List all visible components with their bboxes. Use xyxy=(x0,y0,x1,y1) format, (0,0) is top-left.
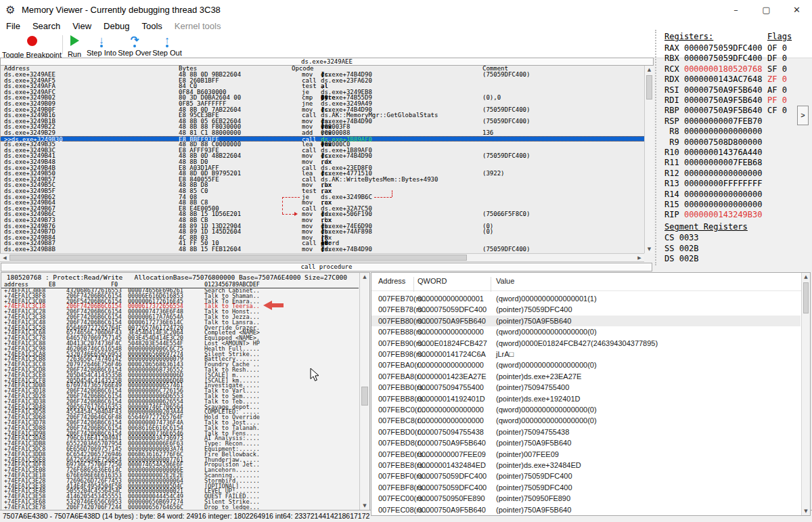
jump-arrow xyxy=(282,197,300,198)
stack-row[interactable]: 007FEBE8(rs...00000001432484ED(pointer)d… xyxy=(371,460,800,471)
titlebar[interactable]: ⚙ Memory Viewer - Currently debugging th… xyxy=(0,0,812,20)
stack-row[interactable]: 007FEB88(rs...0000000000000000(qword)000… xyxy=(371,326,800,337)
disasm-horizontal-scrollbar[interactable]: ◀ ▶ xyxy=(0,253,644,262)
disasm-column-headers: Address Bytes Opcode Comment xyxy=(1,66,653,72)
flag-row: DF 0 xyxy=(767,53,787,63)
stack-row[interactable]: 007FEB78(rs...0000075059DFC400(pointer)7… xyxy=(371,304,800,315)
register-row: RBX 0000075059DFC400 xyxy=(664,53,763,63)
scroll-left-icon[interactable]: ◀ xyxy=(1,255,8,261)
scrollbar-thumb[interactable] xyxy=(9,255,467,261)
register-row: R9 000007508D800000 xyxy=(664,137,763,147)
stack-row[interactable]: 007FEBE0(rs...00000000007FEE09(pointer)0… xyxy=(371,449,800,460)
stack-row[interactable]: 007FEC00(rs...00000750950FE890(pointer)7… xyxy=(371,493,800,504)
stack-row[interactable]: 007FEBD0(r...0000075094755438(pointer)75… xyxy=(371,427,800,437)
stack-row[interactable]: 007FEB98(rs...0000000141724C6AjLrA□ xyxy=(371,349,800,360)
mouse-cursor xyxy=(310,368,319,382)
stack-row[interactable]: 007FEC08(rs...00000750A9F5B640(pointer)7… xyxy=(371,504,800,515)
dump-column-headers: address E8 F0 0123456789ABCDEF xyxy=(1,281,359,288)
disassembly-panel[interactable]: Address Bytes Opcode Comment ds.exe+3249… xyxy=(0,66,654,253)
window-title: Memory Viewer - Currently debugging thre… xyxy=(22,5,221,15)
menu-item-debug[interactable]: Debug xyxy=(97,20,135,31)
menu-item-search[interactable]: Search xyxy=(26,20,66,31)
menu-item-tools[interactable]: Tools xyxy=(135,20,168,31)
maximize-button[interactable]: ▢ xyxy=(751,0,782,20)
toolbar-label: Step Over xyxy=(118,49,152,57)
scrollbar-thumb[interactable] xyxy=(646,75,652,100)
register-row: R14 0000000000000000 xyxy=(664,190,763,199)
flag-row: PF 0 xyxy=(767,95,787,105)
stack-row[interactable]: 007FEBB8(rs...000000014192401D(pointer)d… xyxy=(371,393,800,404)
register-row: RCX 0000000180520768 xyxy=(664,64,763,74)
stack-row[interactable]: 007FEBC8(r...0000000000000000(qword)0000… xyxy=(371,415,800,426)
step-over-button[interactable]: ↷Step Over xyxy=(118,34,152,57)
stack-row[interactable]: 007FEB80(rs...00000750A9F5B640(pointer)7… xyxy=(371,316,800,326)
scroll-down-icon[interactable]: ▼ xyxy=(360,503,369,508)
disasm-rows[interactable]: ds.exe+3249AEE48 8B 0D 9BB22604movrcx,[d… xyxy=(1,72,645,253)
scroll-up-icon[interactable]: ▲ xyxy=(360,274,369,280)
disasm-row[interactable]: ds.exe+3249B8B48 8B 15 FEB12604movrdx,[d… xyxy=(1,246,645,253)
selection-status-text: 7507A6E4380 - 7507A6E438D (14 bytes) : b… xyxy=(0,510,371,520)
register-row: R13 00000000FFFFFFFF xyxy=(664,179,763,188)
close-button[interactable]: ✕ xyxy=(782,0,812,20)
scroll-down-icon[interactable]: ▼ xyxy=(802,508,810,514)
scrollbar-thumb[interactable] xyxy=(803,282,809,313)
stack-row[interactable]: 007FEBA8(r...00000001423EA27E(pointer)ds… xyxy=(371,371,800,382)
toolbar-label: Step Out xyxy=(152,49,183,57)
stack-row[interactable]: 007FEB70(rs...0000000000000001(qword)000… xyxy=(371,293,800,304)
disasm-row[interactable]: ds.exe+3249B2948 81 C1 88000000addrcx,00… xyxy=(1,130,645,136)
memory-dump-panel[interactable]: 180520768 : Protect:Read/Write Allocatio… xyxy=(1,272,370,510)
registers-more-button[interactable]: > xyxy=(797,106,809,125)
stack-row[interactable]: 007FEBF0(rs...0000075059DFC400(pointer)7… xyxy=(371,471,800,481)
column-separator[interactable] xyxy=(491,277,491,292)
register-row: RBP 00000750A9F5B640 xyxy=(664,106,763,115)
menu-item-kernel-tools[interactable]: Kernel tools xyxy=(168,20,227,31)
step-over-icon: ↷ xyxy=(118,34,152,47)
column-separator[interactable] xyxy=(413,277,414,292)
run-button[interactable]: Run xyxy=(64,34,85,58)
register-row: RIP 0000000143249B30 xyxy=(664,210,763,219)
step-out-button[interactable]: ↑Step Out xyxy=(152,34,183,57)
stack-panel[interactable]: Address QWORD Value 007FEB70(rs...000000… xyxy=(371,272,811,516)
step-into-icon: ↓ xyxy=(85,34,118,47)
disasm-caption: ds.exe+3249AEE xyxy=(0,58,654,66)
scroll-right-icon[interactable]: ▶ xyxy=(636,255,643,261)
column-address: address xyxy=(4,281,28,288)
scroll-up-icon[interactable]: ▲ xyxy=(645,67,654,72)
stack-row[interactable]: 007FEBC0(r...0000000000000000(qword)0000… xyxy=(371,404,800,415)
registers-title: Registers: xyxy=(664,32,713,41)
stack-rows[interactable]: 007FEB70(rs...0000000000000001(qword)000… xyxy=(371,290,800,515)
column-f0: F0 xyxy=(111,281,118,288)
stack-column-headers: Address QWORD Value xyxy=(371,273,810,291)
annotation-arrow-icon xyxy=(263,301,285,310)
dump-vertical-scrollbar[interactable]: ▲ ▼ xyxy=(359,273,369,510)
stack-vertical-scrollbar[interactable]: ▲ ▼ xyxy=(801,273,810,515)
flag-row: AF 0 xyxy=(767,85,787,95)
disasm-vertical-scrollbar[interactable]: ▲ ▼ xyxy=(644,66,654,253)
column-bytes: Bytes xyxy=(179,66,197,72)
register-row: RDX 0000000143AC7648 xyxy=(664,74,763,84)
step-into-button[interactable]: ↓Step Into xyxy=(85,34,118,57)
toggle-breakpoint-button[interactable]: Toggle Breakpoint xyxy=(1,34,63,59)
menu-item-view[interactable]: View xyxy=(66,20,97,31)
scroll-down-icon[interactable]: ▼ xyxy=(645,246,654,252)
dump-rows[interactable]: +74EFA1C3BE84320686372616553000074656E69… xyxy=(1,288,359,510)
stack-row[interactable]: 007FEBB0(rs...0000075094755400(pointer)7… xyxy=(371,382,800,393)
dump-row[interactable]: +74EFA1C3E78206F7420706F7244000000656764… xyxy=(1,505,359,510)
segment-register-row: CS 0033 xyxy=(664,233,699,242)
stack-row[interactable]: 007FEBF8(rs...0000075059DFC400(pointer)7… xyxy=(371,482,800,493)
segment-registers-title: Segment Registers xyxy=(664,222,748,232)
stack-row[interactable]: 007FEB90(rs...0000E01824FCB427(qword)000… xyxy=(371,338,800,349)
stack-row[interactable]: 007FEBD8(r...00000750A9F5B640(pointer)75… xyxy=(371,437,800,448)
register-row: R11 00000000007FEB68 xyxy=(664,158,763,167)
stack-row[interactable]: 007FEBA0(r...0000000000000000(qword)0000… xyxy=(371,360,800,370)
minimize-button[interactable]: – xyxy=(721,0,751,20)
scroll-up-icon[interactable]: ▲ xyxy=(802,274,810,280)
column-value: Value xyxy=(496,277,514,285)
memory-viewer-window: ⚙ Memory Viewer - Currently debugging th… xyxy=(0,0,812,522)
column-qword: QWORD xyxy=(418,277,447,285)
scrollbar-thumb[interactable] xyxy=(361,387,368,406)
registers-panel: Registers: Flags RAX 0000075059DFC400RBX… xyxy=(655,30,812,265)
segment-register-row: SS 002B xyxy=(664,244,699,253)
register-row: R15 0000000000000000 xyxy=(664,200,763,209)
menu-item-file[interactable]: File xyxy=(0,20,26,31)
